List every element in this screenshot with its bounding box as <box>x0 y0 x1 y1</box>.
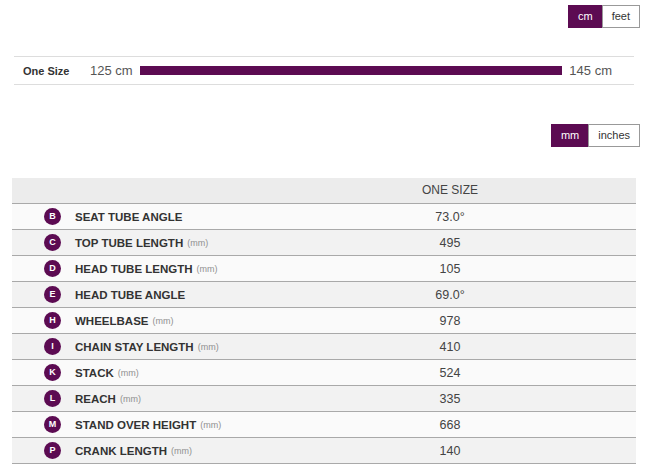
row-key-badge: P <box>44 442 61 459</box>
table-row: D HEAD TUBE LENGTH (mm) 105 <box>12 256 636 282</box>
row-value: 495 <box>264 236 636 250</box>
range-min-value: 125 cm <box>90 63 133 78</box>
unit-inches-button[interactable]: inches <box>588 124 640 147</box>
unit-mm-button[interactable]: mm <box>551 124 589 147</box>
table-row: L REACH (mm) 335 <box>12 386 636 412</box>
table-row: H WHEELBASE (mm) 978 <box>12 308 636 334</box>
row-value: 668 <box>264 418 636 432</box>
row-unit: (mm) <box>171 446 192 456</box>
row-key-badge: L <box>44 390 61 407</box>
row-key-badge: B <box>44 208 61 225</box>
row-label: HEAD TUBE LENGTH <box>75 263 193 275</box>
row-value: 105 <box>264 262 636 276</box>
row-unit: (mm) <box>120 394 141 404</box>
row-label: TOP TUBE LENGTH <box>75 237 183 249</box>
row-unit: (mm) <box>187 238 208 248</box>
row-value: 335 <box>264 392 636 406</box>
row-unit: (mm) <box>152 316 173 326</box>
row-key-badge: C <box>44 234 61 251</box>
row-key-badge: E <box>44 286 61 303</box>
header-size-column: ONE SIZE <box>264 178 636 203</box>
row-key-badge: D <box>44 260 61 277</box>
header-label-cell <box>12 178 264 203</box>
geometry-table-body: B SEAT TUBE ANGLE 73.0° C TOP TUBE LENGT… <box>12 204 636 464</box>
range-max-value: 145 cm <box>569 63 612 78</box>
table-row: M STAND OVER HEIGHT (mm) 668 <box>12 412 636 438</box>
row-value: 73.0° <box>264 210 636 224</box>
geometry-table: ONE SIZE B SEAT TUBE ANGLE 73.0° C TOP T… <box>12 178 636 464</box>
row-key-badge: M <box>44 416 61 433</box>
table-row: B SEAT TUBE ANGLE 73.0° <box>12 204 636 230</box>
geometry-unit-toggle: mm inches <box>551 124 640 147</box>
table-row: K STACK (mm) 524 <box>12 360 636 386</box>
row-label: REACH <box>75 393 116 405</box>
row-label: CRANK LENGTH <box>75 445 167 457</box>
size-range-label: One Size <box>14 65 90 77</box>
row-label: WHEELBASE <box>75 315 148 327</box>
row-unit: (mm) <box>200 420 221 430</box>
row-key-badge: I <box>44 338 61 355</box>
row-label: HEAD TUBE ANGLE <box>75 289 185 301</box>
row-unit: (mm) <box>198 342 219 352</box>
row-value: 978 <box>264 314 636 328</box>
row-label: CHAIN STAY LENGTH <box>75 341 194 353</box>
row-value: 140 <box>264 444 636 458</box>
row-key-badge: K <box>44 364 61 381</box>
table-row: C TOP TUBE LENGTH (mm) 495 <box>12 230 636 256</box>
row-value: 410 <box>264 340 636 354</box>
row-key-badge: H <box>44 312 61 329</box>
table-row: I CHAIN STAY LENGTH (mm) 410 <box>12 334 636 360</box>
row-unit: (mm) <box>197 264 218 274</box>
size-range-row: One Size 125 cm 145 cm <box>14 56 634 85</box>
row-label: STACK <box>75 367 114 379</box>
row-label: SEAT TUBE ANGLE <box>75 211 182 223</box>
rider-height-range-bar <box>140 66 563 75</box>
row-unit: (mm) <box>118 368 139 378</box>
unit-cm-button[interactable]: cm <box>568 5 603 28</box>
row-value: 69.0° <box>264 288 636 302</box>
rider-height-unit-toggle: cm feet <box>568 5 640 28</box>
table-row: P CRANK LENGTH (mm) 140 <box>12 438 636 464</box>
table-row: E HEAD TUBE ANGLE 69.0° <box>12 282 636 308</box>
row-value: 524 <box>264 366 636 380</box>
geometry-table-header: ONE SIZE <box>12 178 636 204</box>
row-label: STAND OVER HEIGHT <box>75 419 196 431</box>
unit-feet-button[interactable]: feet <box>602 5 640 28</box>
